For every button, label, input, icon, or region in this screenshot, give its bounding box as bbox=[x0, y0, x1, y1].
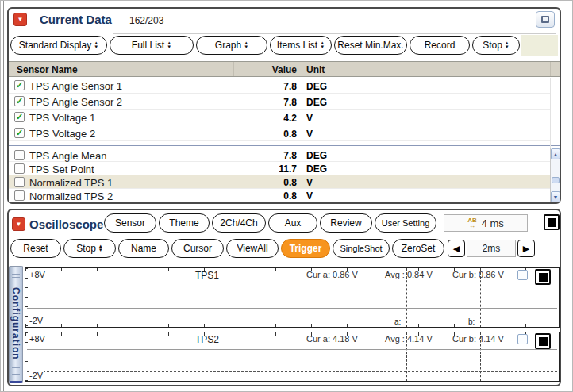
button-label: Stop bbox=[76, 243, 96, 254]
table-row[interactable]: ✓ TPS Angle Sensor 2 7.8 DEG bbox=[9, 94, 550, 110]
table-row[interactable]: ✓ Normalized TPS 2 0.8 V bbox=[9, 189, 550, 202]
window-title: Current Data bbox=[40, 13, 112, 26]
cursor-a-value: Cur a: 0.86 V bbox=[306, 270, 358, 279]
button-label: Aux bbox=[285, 217, 302, 229]
scrollbar[interactable]: ▲ ▼ bbox=[550, 148, 560, 202]
scope-display-button[interactable] bbox=[544, 214, 560, 230]
black-square-icon bbox=[548, 218, 556, 227]
button-label: Reset Min.Max. bbox=[337, 40, 403, 51]
sensor-button[interactable]: Sensor bbox=[104, 213, 156, 233]
window-menu-icon[interactable]: ▼ bbox=[13, 13, 27, 26]
sensor-value: 4.2 bbox=[237, 113, 297, 124]
scroll-down-button[interactable]: ▼ bbox=[551, 191, 560, 202]
maximize-button[interactable] bbox=[536, 11, 555, 28]
app-window: ▼ Current Data 162/203 Standard Display … bbox=[0, 0, 573, 392]
col-unit: Unit bbox=[306, 64, 325, 75]
review-button[interactable]: Review bbox=[320, 213, 372, 233]
items-list-dropdown[interactable]: Items List ▲▼ bbox=[270, 36, 332, 55]
toolbar-fill bbox=[521, 35, 558, 56]
vmin-label: -2V bbox=[29, 371, 44, 380]
sensor-unit: V bbox=[306, 113, 313, 124]
row-checkbox[interactable]: ✓ bbox=[14, 177, 25, 187]
configuration-tab[interactable]: Configuration bbox=[9, 266, 23, 383]
button-label: User Setting bbox=[382, 218, 430, 228]
window-edge-line bbox=[3, 1, 4, 391]
sensor-name: TPS Angle Sensor 2 bbox=[29, 96, 122, 108]
title-separator bbox=[33, 13, 33, 27]
sensor-unit: DEG bbox=[306, 81, 327, 92]
display-mode-dropdown[interactable]: Standard Display ▲▼ bbox=[10, 36, 107, 55]
reset-minmax-button[interactable]: Reset Min.Max. bbox=[334, 36, 407, 55]
stop-dropdown[interactable]: Stop ▲▼ bbox=[472, 36, 520, 55]
user-setting-button[interactable]: User Setting bbox=[375, 213, 436, 233]
timebase-decrease-button[interactable]: ◀ bbox=[448, 240, 465, 257]
maximize-icon bbox=[541, 16, 549, 23]
oscilloscope-window: ▼ Oscilloscope Sensor Theme 2Ch/4Ch Aux … bbox=[7, 209, 561, 386]
row-checkbox[interactable]: ✓ bbox=[14, 112, 25, 122]
updown-arrows-icon: ▲▼ bbox=[94, 41, 98, 49]
reset-button[interactable]: Reset bbox=[10, 239, 61, 258]
table-row[interactable]: ✓ TPS Voltage 1 4.2 V bbox=[9, 110, 550, 125]
sensor-unit: DEG bbox=[306, 163, 327, 175]
table-row[interactable]: ✓ TPS Angle Mean 7.8 DEG bbox=[9, 148, 550, 162]
channel-display-button[interactable] bbox=[535, 269, 551, 285]
sensor-name: TPS Angle Mean bbox=[29, 150, 107, 162]
button-label: Items List bbox=[277, 40, 317, 51]
vmax-label: +8V bbox=[29, 270, 46, 279]
ab-time-field: AB↔ 4 ms bbox=[444, 214, 528, 232]
cursor-button[interactable]: Cursor bbox=[171, 239, 224, 258]
table-row[interactable]: ✓ TPS Set Point 11.7 DEG bbox=[9, 162, 550, 175]
aux-button[interactable]: Aux bbox=[268, 213, 317, 233]
row-checkbox[interactable]: ✓ bbox=[14, 190, 25, 201]
table-row[interactable]: ✓ TPS Angle Sensor 1 7.8 DEG bbox=[9, 78, 550, 94]
row-checkbox[interactable]: ✓ bbox=[14, 96, 25, 106]
column-divider bbox=[233, 62, 234, 76]
updown-arrows-icon: ▲▼ bbox=[505, 41, 510, 49]
singleshot-button[interactable]: SingleShot bbox=[333, 239, 390, 258]
button-label: SingleShot bbox=[340, 244, 382, 253]
button-label: Full List bbox=[132, 40, 164, 51]
trigger-button[interactable]: Trigger bbox=[281, 239, 330, 258]
updown-arrows-icon: ▲▼ bbox=[320, 41, 325, 49]
channel-checkbox[interactable] bbox=[517, 270, 528, 280]
viewall-button[interactable]: ViewAll bbox=[226, 239, 279, 258]
scope-channel-2: +8V -2V TPS2 Cur a: 4.18 V Avg : 4.14 V … bbox=[25, 332, 560, 382]
row-checkbox[interactable]: ✓ bbox=[14, 150, 25, 160]
cursor-b-value: Cur b: 4.14 V bbox=[452, 334, 504, 344]
timebase-increase-button[interactable]: ▶ bbox=[517, 240, 535, 257]
sensor-value: 0.8 bbox=[237, 177, 297, 188]
row-checkbox[interactable]: ✓ bbox=[14, 80, 25, 90]
zero-reference-line bbox=[27, 371, 557, 372]
button-label: Reset bbox=[23, 243, 48, 254]
channel-name: TPS1 bbox=[195, 270, 219, 281]
channel-mode-button[interactable]: 2Ch/4Ch bbox=[212, 213, 266, 233]
sensor-name: TPS Angle Sensor 1 bbox=[29, 80, 122, 92]
zeroset-button[interactable]: ZeroSet bbox=[392, 239, 444, 258]
channel-name: TPS2 bbox=[195, 334, 219, 345]
theme-button[interactable]: Theme bbox=[159, 213, 210, 233]
channel-checkbox[interactable] bbox=[517, 334, 528, 344]
signal-trace bbox=[27, 349, 557, 350]
name-button[interactable]: Name bbox=[118, 239, 169, 258]
row-checkbox[interactable]: ✓ bbox=[14, 128, 25, 138]
graph-dropdown[interactable]: Graph ▲▼ bbox=[196, 36, 267, 55]
scrollbar-thumb[interactable] bbox=[552, 177, 560, 183]
avg-value: Avg : 4.14 V bbox=[385, 334, 433, 344]
table-row-selected[interactable]: ✓ Normalized TPS 1 0.8 V bbox=[9, 175, 550, 189]
record-button[interactable]: Record bbox=[410, 36, 470, 55]
button-label: Sensor bbox=[115, 217, 145, 229]
column-divider bbox=[302, 62, 302, 76]
item-counter: 162/203 bbox=[129, 15, 163, 26]
scroll-up-button[interactable]: ▲ bbox=[551, 148, 560, 159]
window-menu-icon[interactable]: ▼ bbox=[12, 217, 25, 231]
button-label: Graph bbox=[215, 40, 241, 51]
table-row[interactable]: ✓ TPS Voltage 2 0.8 V bbox=[9, 125, 550, 141]
channel-display-button[interactable] bbox=[535, 333, 551, 349]
ab-cursor-icon: AB↔ bbox=[467, 217, 477, 229]
black-square-icon bbox=[539, 273, 548, 282]
row-checkbox[interactable]: ✓ bbox=[14, 163, 25, 174]
button-label: Stop bbox=[483, 40, 502, 51]
sensor-unit: DEG bbox=[306, 97, 327, 108]
stop-scope-dropdown[interactable]: Stop ▲▼ bbox=[63, 239, 116, 258]
list-mode-dropdown[interactable]: Full List ▲▼ bbox=[110, 36, 194, 55]
